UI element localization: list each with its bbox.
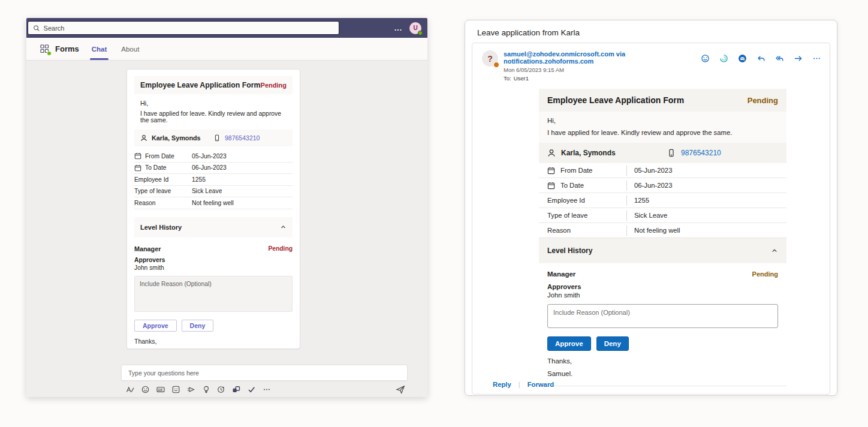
addin-icon[interactable]: [738, 54, 747, 63]
app-status-badge-icon: [47, 51, 52, 56]
search-box[interactable]: [28, 21, 339, 35]
deny-button[interactable]: Deny: [596, 336, 629, 351]
form-title: Employee Leave Application Form: [547, 95, 684, 105]
applicant-phone-link[interactable]: 9876543210: [225, 134, 260, 142]
chevron-up-icon[interactable]: [280, 224, 287, 230]
email-subject: Leave application from Karla: [465, 20, 837, 43]
calendar-icon: [134, 152, 141, 160]
forms-app-icon: [40, 44, 50, 54]
approver-name: John smith: [134, 264, 293, 271]
level-name: Manager: [134, 245, 161, 252]
send-icon[interactable]: [396, 385, 405, 394]
teams-titlebar: ... U: [26, 18, 427, 38]
chevron-up-icon[interactable]: [771, 247, 778, 254]
reply-button[interactable]: Reply: [493, 381, 511, 388]
field-row-to-date: To Date 06-Jun-2023: [134, 163, 293, 175]
schedule-icon[interactable]: [217, 386, 225, 393]
tab-about[interactable]: About: [119, 38, 141, 60]
compose-toolbar: GIF: [121, 385, 408, 394]
level-status-badge: Pending: [268, 245, 293, 252]
svg-text:GIF: GIF: [158, 389, 163, 392]
reason-textarea[interactable]: [547, 304, 778, 328]
applicant-name: Karla, Symonds: [561, 149, 616, 157]
field-row-reason: Reason Not feeling well: [134, 197, 293, 209]
summarize-icon[interactable]: [719, 54, 728, 63]
level-status-badge: Pending: [752, 270, 778, 278]
tab-chat[interactable]: Chat: [90, 38, 109, 60]
teams-window: ... U Forms Chat About Em: [26, 18, 427, 397]
to-recipient[interactable]: User1: [514, 75, 529, 82]
sender-avatar[interactable]: ?: [482, 50, 498, 67]
email-header: ? samuel@zohodev.onmicrosoft.com via not…: [472, 43, 830, 85]
phone-icon: [667, 149, 676, 157]
more-icon[interactable]: [812, 54, 821, 63]
field-row-to-date: To Date 06-Jun-2023: [539, 178, 786, 193]
email-card: ? samuel@zohodev.onmicrosoft.com via not…: [472, 43, 830, 395]
approvers-label: Approvers: [547, 283, 778, 290]
emoji-icon[interactable]: [141, 386, 149, 393]
user-avatar[interactable]: U: [409, 22, 421, 34]
person-icon: [547, 149, 556, 157]
applicant-name: Karla, Symonds: [152, 134, 201, 142]
to-label: To:: [504, 75, 511, 82]
card-fields: From Date 05-Jun-2023 To Date 06-Jun-202…: [134, 151, 293, 209]
format-icon[interactable]: [126, 386, 134, 393]
email-leave-form: Employee Leave Application Form Pending …: [539, 89, 786, 386]
gif-icon[interactable]: GIF: [156, 386, 165, 393]
deny-button[interactable]: Deny: [182, 320, 214, 332]
forward-icon[interactable]: [794, 54, 803, 63]
approvers-label: Approvers: [134, 257, 293, 263]
compose-input[interactable]: [121, 365, 408, 381]
person-icon: [140, 134, 147, 142]
field-row-type-of-leave: Type of leave Sick Leave: [539, 208, 786, 223]
lightbulb-icon[interactable]: [203, 386, 210, 393]
desktop: ... U Forms Chat About Em: [0, 0, 868, 427]
loop-icon[interactable]: [232, 386, 240, 393]
form-intro-text: I have applied for leave. Kindly review …: [547, 129, 778, 136]
stream-icon[interactable]: [187, 386, 195, 393]
reply-icon[interactable]: [757, 54, 765, 63]
calendar-icon: [134, 164, 141, 172]
sender-address-link[interactable]: samuel@zohodev.onmicrosoft.com via notif…: [504, 50, 701, 65]
form-greeting: Hi,: [547, 117, 778, 124]
field-row-employee-id: Employee Id 1255: [134, 174, 293, 186]
email-timestamp: Mon 6/05/2023 9:15 AM: [504, 67, 701, 73]
reason-textarea[interactable]: [134, 276, 293, 312]
titlebar-more-button[interactable]: ...: [394, 24, 402, 32]
card-thanks: Thanks,: [134, 338, 293, 345]
form-status-badge: Pending: [748, 96, 778, 105]
leave-form-card: Employee Leave Application Form Pending …: [126, 69, 300, 349]
approvals-icon[interactable]: [248, 386, 255, 393]
chat-area: Employee Leave Application Form Pending …: [26, 61, 427, 397]
card-title: Employee Leave Application Form: [140, 81, 260, 89]
card-greeting: Hi,: [140, 100, 287, 107]
card-intro-text: I have applied for leave. Kindly review …: [140, 110, 287, 124]
reaction-icon[interactable]: [701, 54, 710, 63]
mail-window: Leave application from Karla ? samuel@zo…: [465, 20, 837, 396]
presence-available-icon: [418, 31, 423, 35]
forward-button[interactable]: Forward: [528, 381, 554, 388]
approve-button[interactable]: Approve: [547, 336, 591, 351]
field-row-from-date: From Date 05-Jun-2023: [539, 163, 786, 178]
card-status-badge: Pending: [261, 82, 287, 89]
presence-away-icon: [493, 62, 499, 68]
level-history-header[interactable]: Level History: [539, 238, 786, 263]
compose-box: GIF: [121, 365, 408, 394]
email-footer: Reply | Forward: [493, 381, 554, 388]
level-history-header[interactable]: Level History: [134, 217, 293, 237]
approve-button[interactable]: Approve: [134, 320, 177, 332]
teams-tab-header: Forms Chat About: [26, 38, 427, 61]
app-title: Forms: [55, 44, 79, 53]
email-actions-toolbar: [701, 50, 821, 82]
sticker-icon[interactable]: [172, 386, 180, 393]
more-icon[interactable]: [263, 386, 271, 393]
applicant-phone-link[interactable]: 9876543210: [681, 149, 721, 157]
avatar-initial: U: [413, 25, 417, 31]
search-input[interactable]: [44, 25, 334, 32]
search-icon: [33, 25, 40, 32]
reply-all-icon[interactable]: [775, 54, 784, 63]
avatar-glyph: ?: [487, 54, 493, 64]
approver-name: John smith: [547, 291, 778, 299]
phone-icon: [213, 134, 221, 142]
form-fields: From Date 05-Jun-2023 To Date 06-Jun-202…: [539, 163, 786, 238]
